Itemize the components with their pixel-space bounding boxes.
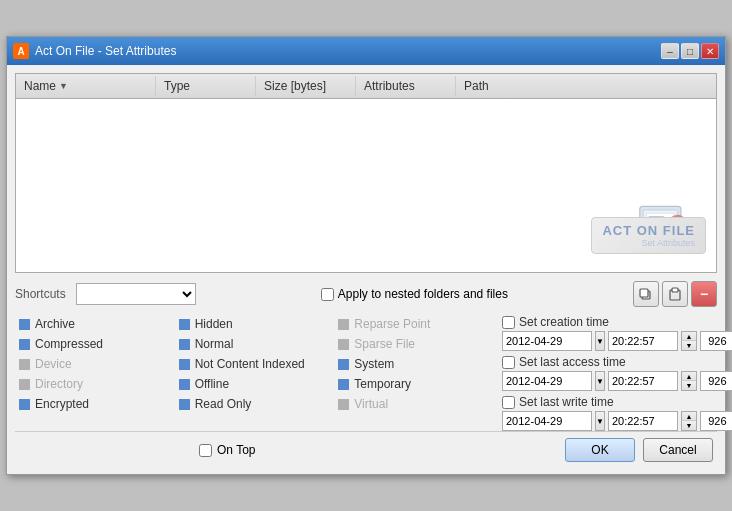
temporary-checkbox-icon[interactable] [338, 379, 349, 390]
attr-system: System [334, 355, 494, 373]
creation-time-spin: ▲ ▼ [681, 331, 697, 351]
offline-checkbox-icon[interactable] [179, 379, 190, 390]
svg-rect-7 [640, 289, 648, 297]
offline-label: Offline [195, 377, 229, 391]
creation-ms-input[interactable] [700, 331, 732, 351]
on-top-checkbox[interactable] [199, 444, 212, 457]
access-date-dropdown[interactable]: ▼ [595, 371, 605, 391]
toolbar-btn-1[interactable] [633, 281, 659, 307]
attr-reparse: Reparse Point [334, 315, 494, 333]
watermark: ACT ON FILE Set Attributes [591, 217, 706, 254]
readonly-checkbox-icon[interactable] [179, 399, 190, 410]
nested-check-container: Apply to nested folders and files [321, 287, 508, 301]
attr-sparse: Sparse File [334, 335, 494, 353]
temporary-label: Temporary [354, 377, 411, 391]
access-ms-input[interactable] [700, 371, 732, 391]
write-ms-input[interactable] [700, 411, 732, 431]
encrypted-label: Encrypted [35, 397, 89, 411]
toolbar-icons: − [633, 281, 717, 307]
access-time-block: Set last access time ▼ ▲ ▼ ▲ ▼ [502, 355, 717, 391]
device-checkbox-icon [19, 359, 30, 370]
access-time-check-row: Set last access time [502, 355, 717, 369]
watermark-app-name: ACT ON FILE [602, 223, 695, 238]
creation-time-spin-down[interactable]: ▼ [682, 341, 696, 350]
creation-date-dropdown[interactable]: ▼ [595, 331, 605, 351]
write-time-checkbox[interactable] [502, 396, 515, 409]
archive-checkbox-icon[interactable] [19, 319, 30, 330]
write-time-input[interactable] [608, 411, 678, 431]
title-buttons: – □ ✕ [661, 43, 719, 59]
encrypted-checkbox-icon[interactable] [19, 399, 30, 410]
col-header-type[interactable]: Type [156, 76, 256, 96]
creation-time-check-row: Set creation time [502, 315, 717, 329]
write-time-inputs: ▼ ▲ ▼ ▲ ▼ [502, 411, 717, 431]
creation-time-checkbox[interactable] [502, 316, 515, 329]
table-body: ACT ON FILE Set Attributes [16, 99, 716, 259]
write-date-input[interactable] [502, 411, 592, 431]
compressed-checkbox-icon[interactable] [19, 339, 30, 350]
attr-offline: Offline [175, 375, 335, 393]
close-button[interactable]: ✕ [701, 43, 719, 59]
virtual-checkbox-icon [338, 399, 349, 410]
write-time-check-row: Set last write time [502, 395, 717, 409]
creation-time-inputs: ▼ ▲ ▼ ▲ ▼ [502, 331, 717, 351]
window-title: Act On File - Set Attributes [35, 44, 176, 58]
write-time-spin-up[interactable]: ▲ [682, 412, 696, 421]
minimize-button[interactable]: – [661, 43, 679, 59]
shortcuts-label: Shortcuts [15, 287, 66, 301]
directory-label: Directory [35, 377, 83, 391]
access-time-checkbox[interactable] [502, 356, 515, 369]
write-date-dropdown[interactable]: ▼ [595, 411, 605, 431]
table-header: Name ▼ Type Size [bytes] Attributes Path [16, 74, 716, 99]
cancel-button[interactable]: Cancel [643, 438, 713, 462]
access-time-input[interactable] [608, 371, 678, 391]
creation-time-input[interactable] [608, 331, 678, 351]
system-checkbox-icon[interactable] [338, 359, 349, 370]
minus-icon: − [700, 286, 708, 302]
reparse-checkbox-icon [338, 319, 349, 330]
write-time-spin-down[interactable]: ▼ [682, 421, 696, 430]
system-label: System [354, 357, 394, 371]
toolbar-btn-2[interactable] [662, 281, 688, 307]
maximize-button[interactable]: □ [681, 43, 699, 59]
shortcuts-bar: Shortcuts Apply to nested folders and fi… [15, 281, 717, 307]
sparse-label: Sparse File [354, 337, 415, 351]
attr-virtual: Virtual [334, 395, 494, 413]
col-header-size[interactable]: Size [bytes] [256, 76, 356, 96]
nested-checkbox[interactable] [321, 288, 334, 301]
col-header-path[interactable]: Path [456, 76, 716, 96]
col-header-name[interactable]: Name ▼ [16, 76, 156, 96]
shortcuts-dropdown[interactable] [76, 283, 196, 305]
access-date-input[interactable] [502, 371, 592, 391]
col-header-attrs[interactable]: Attributes [356, 76, 456, 96]
not-content-checkbox-icon[interactable] [179, 359, 190, 370]
normal-checkbox-icon[interactable] [179, 339, 190, 350]
attr-not-content: Not Content Indexed [175, 355, 335, 373]
on-top-label: On Top [217, 443, 255, 457]
creation-date-input[interactable] [502, 331, 592, 351]
attr-readonly: Read Only [175, 395, 335, 413]
write-time-label: Set last write time [519, 395, 614, 409]
access-time-label: Set last access time [519, 355, 626, 369]
watermark-app-subtitle: Set Attributes [602, 238, 695, 248]
app-icon: A [13, 43, 29, 59]
attrs-grid: Archive Hidden Reparse Point Compressed [15, 315, 494, 413]
not-content-label: Not Content Indexed [195, 357, 305, 371]
main-window: A Act On File - Set Attributes – □ ✕ Nam… [6, 36, 726, 475]
attr-temporary: Temporary [334, 375, 494, 393]
attr-device: Device [15, 355, 175, 373]
access-time-spin-up[interactable]: ▲ [682, 372, 696, 381]
attrs-time-section: Archive Hidden Reparse Point Compressed [15, 315, 717, 431]
on-top-check-container: On Top [199, 443, 255, 457]
hidden-checkbox-icon[interactable] [179, 319, 190, 330]
directory-checkbox-icon [19, 379, 30, 390]
attr-normal: Normal [175, 335, 335, 353]
access-time-spin: ▲ ▼ [681, 371, 697, 391]
access-time-spin-down[interactable]: ▼ [682, 381, 696, 390]
toolbar-btn-remove[interactable]: − [691, 281, 717, 307]
bottom-bar: On Top OK Cancel [15, 431, 717, 466]
write-time-block: Set last write time ▼ ▲ ▼ ▲ ▼ [502, 395, 717, 431]
ok-button[interactable]: OK [565, 438, 635, 462]
readonly-label: Read Only [195, 397, 252, 411]
creation-time-spin-up[interactable]: ▲ [682, 332, 696, 341]
